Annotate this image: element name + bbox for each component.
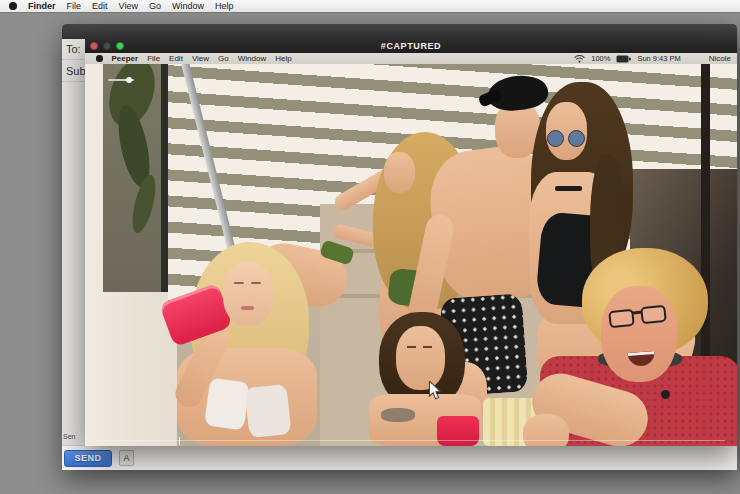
white-bikini-top: [204, 377, 250, 430]
menu-view[interactable]: View: [119, 1, 138, 11]
logged-in-user: Nicole: [709, 54, 731, 63]
menu-edit: Edit: [169, 54, 183, 63]
lips: [241, 306, 254, 310]
glass-frame-edge: [161, 64, 168, 292]
pin-badge: [661, 390, 670, 399]
zoom-button[interactable]: [116, 42, 124, 50]
email-footer: SEND A: [62, 445, 737, 470]
minimize-button[interactable]: [103, 42, 111, 50]
battery-icon: [616, 55, 631, 63]
mouse-cursor: [428, 381, 442, 400]
wifi-icon: [574, 55, 585, 63]
subject-label: Sub: [66, 65, 86, 77]
battery-percent: 100%: [591, 54, 610, 63]
menu-go: Go: [218, 54, 229, 63]
eye: [407, 346, 416, 348]
apple-icon: [96, 55, 103, 62]
to-label: To:: [66, 43, 81, 55]
video-still-frame[interactable]: ◀◀ ▶ ▶▶: [85, 64, 737, 446]
recorded-menu-bar: Peeper File Edit View Go Window Help 100…: [85, 53, 737, 64]
menu-window[interactable]: Window: [172, 1, 204, 11]
menu-view: View: [192, 54, 209, 63]
closed-eye: [234, 282, 244, 284]
menu-peeper: Peeper: [112, 54, 139, 63]
captured-title-bar[interactable]: #CAPTURED: [85, 38, 737, 53]
send-button[interactable]: SEND: [64, 450, 112, 467]
glasses: [608, 309, 635, 329]
os-menu-bar: Finder File Edit View Go Window Help: [0, 0, 740, 13]
menu-file: File: [147, 54, 160, 63]
seek-bar[interactable]: [97, 440, 725, 442]
desktop: Finder File Edit View Go Window Help To:…: [0, 0, 740, 494]
round-sunglasses: [547, 130, 564, 147]
menu-help[interactable]: Help: [215, 1, 234, 11]
face: [223, 262, 273, 326]
menu-window: Window: [238, 54, 266, 63]
close-button[interactable]: [90, 42, 98, 50]
hand: [523, 414, 569, 446]
email-small-note: Sen: [63, 433, 75, 440]
menu-bar-clock: Sun 9:43 PM: [637, 54, 680, 63]
volume-slider[interactable]: [108, 79, 134, 81]
tattoo: [381, 408, 415, 422]
apple-icon[interactable]: [9, 2, 17, 10]
captured-video-window: #CAPTURED Peeper File Edit View Go Windo…: [85, 38, 737, 446]
text-format-button[interactable]: A: [119, 450, 134, 466]
menu-edit[interactable]: Edit: [92, 1, 108, 11]
menu-finder[interactable]: Finder: [28, 1, 56, 11]
face: [384, 152, 415, 193]
menu-help: Help: [275, 54, 291, 63]
face: [601, 286, 677, 382]
red-cup: [437, 416, 479, 446]
menu-go[interactable]: Go: [149, 1, 161, 11]
volume-knob[interactable]: [126, 77, 132, 83]
playhead[interactable]: [179, 437, 181, 445]
choker: [555, 186, 582, 191]
menu-file[interactable]: File: [67, 1, 82, 11]
email-title-bar[interactable]: [62, 24, 737, 39]
window-title: #CAPTURED: [381, 41, 441, 51]
